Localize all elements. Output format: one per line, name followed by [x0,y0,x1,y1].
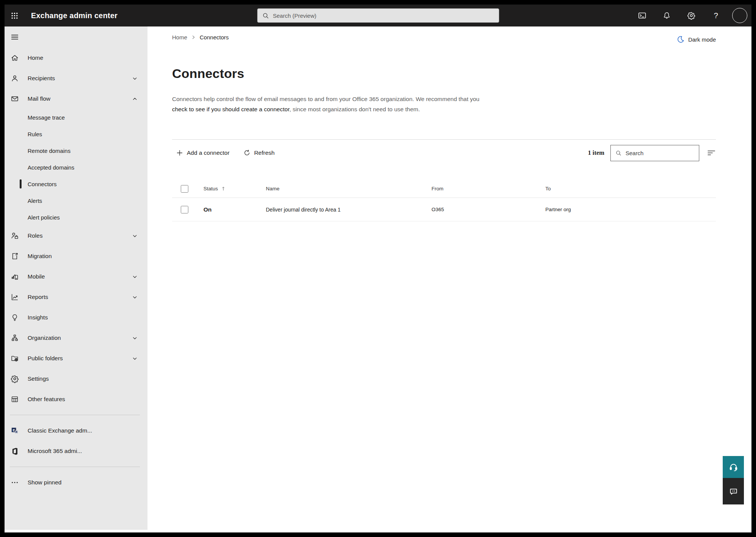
column-header-name[interactable]: Name [260,186,426,191]
sidebar-item-classic-exchange-adm[interactable]: EClassic Exchange adm... [5,420,147,441]
help-icon: ? [714,11,718,20]
sidebar-item-label: Show pinned [28,479,62,486]
column-header-status[interactable]: Status [198,186,260,191]
sidebar-item-remote-domains[interactable]: Remote domains [5,142,147,159]
description-text: Connectors help control the flow of emai… [172,96,480,102]
column-header-from[interactable]: From [426,186,540,191]
sidebar-item-home[interactable]: Home [5,48,147,68]
roles-icon [11,232,19,240]
chevron-down-icon [132,356,138,361]
chevron-down-icon [132,233,138,239]
sidebar-item-public-folders[interactable]: Public folders [5,348,147,369]
sidebar: HomeRecipientsMail flowMessage traceRule… [5,26,147,530]
search-icon [262,12,269,19]
svg-text:E: E [13,428,16,432]
table-header-row: Status Name From To [172,180,716,198]
sidebar-item-other-features[interactable]: Other features [5,389,147,409]
refresh-label: Refresh [254,149,275,156]
table-grid-icon [11,395,19,403]
sidebar-item-label: Rules [28,131,42,137]
chevron-right-icon [191,35,196,40]
sidebar-item-roles[interactable]: Roles [5,226,147,246]
item-count: 1 item [588,149,604,157]
m365-logo-icon [11,447,19,455]
sidebar-item-label: Roles [28,232,43,239]
filter-button[interactable] [707,148,716,157]
sidebar-item-label: Insights [28,314,48,321]
add-connector-button[interactable]: Add a connector [176,149,230,157]
help-button[interactable]: ? [708,6,724,25]
topbar-actions: ? [634,6,751,25]
powershell-button[interactable] [634,6,650,25]
sidebar-item-reports[interactable]: Reports [5,287,147,307]
cell-name[interactable]: Deliver journal directly to Area 1 [260,207,426,213]
sidebar-item-recipients[interactable]: Recipients [5,68,147,89]
chevron-down-icon [132,335,138,341]
sidebar-item-label: Alerts [28,198,42,204]
organization-icon [11,334,19,342]
breadcrumb-home[interactable]: Home [172,34,187,40]
app-launcher-button[interactable] [5,5,24,26]
list-search-input[interactable] [626,150,694,156]
sidebar-divider [10,467,140,467]
chevron-up-icon [132,96,138,102]
sidebar-item-connectors[interactable]: Connectors [5,176,147,192]
headset-icon [728,462,739,472]
sidebar-item-label: Mobile [28,273,45,280]
chat-icon [729,487,738,496]
sidebar-item-label: Other features [28,396,65,403]
collapse-nav-button[interactable] [11,30,29,45]
table-body: OnDeliver journal directly to Area 1O365… [172,198,716,221]
person-icon [11,74,19,82]
sidebar-item-alerts[interactable]: Alerts [5,192,147,209]
sidebar-divider [10,415,140,415]
row-checkbox[interactable] [181,206,188,213]
global-search[interactable] [257,8,499,23]
sidebar-item-label: Reports [28,294,48,300]
main-content: Home Connectors Dark mode Connectors Con… [147,26,751,532]
home-icon [11,54,19,62]
feedback-button[interactable] [723,478,744,504]
sidebar-item-rules[interactable]: Rules [5,126,147,142]
chevron-down-icon [132,76,138,81]
section-divider [172,139,716,140]
exchange-logo-icon: E [11,426,19,435]
sidebar-item-insights[interactable]: Insights [5,307,147,328]
sidebar-item-message-trace[interactable]: Message trace [5,109,147,126]
sidebar-item-alert-policies[interactable]: Alert policies [5,209,147,226]
sidebar-item-organization[interactable]: Organization [5,328,147,348]
mail-icon [11,95,19,103]
connectors-table: Status Name From To OnDeliver journal di… [172,180,716,221]
sidebar-item-show-pinned[interactable]: Show pinned [5,472,147,493]
avatar [732,8,747,23]
sidebar-item-mail-flow[interactable]: Mail flow [5,89,147,109]
account-button[interactable] [732,6,747,25]
gear-icon [11,375,19,383]
sidebar-item-label: Home [28,54,43,61]
breadcrumb: Home Connectors [172,34,229,40]
settings-button[interactable] [683,6,700,25]
global-search-input[interactable] [273,12,494,19]
chevron-down-icon [132,294,138,300]
mobile-icon [11,272,19,281]
column-header-to[interactable]: To [540,186,716,191]
search-icon [615,150,622,156]
list-toolbar: Add a connector Refresh 1 item [172,145,716,161]
plus-icon [176,149,183,157]
sidebar-item-migration[interactable]: Migration [5,246,147,266]
create-connector-check-link[interactable]: check to see if you should create a conn… [172,106,289,112]
sidebar-item-microsoft-365-admi[interactable]: Microsoft 365 admi... [5,441,147,461]
table-row[interactable]: OnDeliver journal directly to Area 1O365… [172,198,716,221]
refresh-button[interactable]: Refresh [243,149,275,157]
cell-to: Partner org [540,207,716,212]
sidebar-item-accepted-domains[interactable]: Accepted domains [5,159,147,176]
sidebar-item-mobile[interactable]: Mobile [5,266,147,287]
list-search[interactable] [610,145,699,161]
dark-mode-toggle[interactable]: Dark mode [677,35,716,44]
notifications-button[interactable] [658,6,675,25]
sidebar-item-settings[interactable]: Settings [5,369,147,389]
support-button[interactable] [723,456,744,478]
hamburger-icon [11,33,19,41]
select-all-checkbox[interactable] [181,185,188,193]
sidebar-item-label: Microsoft 365 admi... [28,448,82,455]
